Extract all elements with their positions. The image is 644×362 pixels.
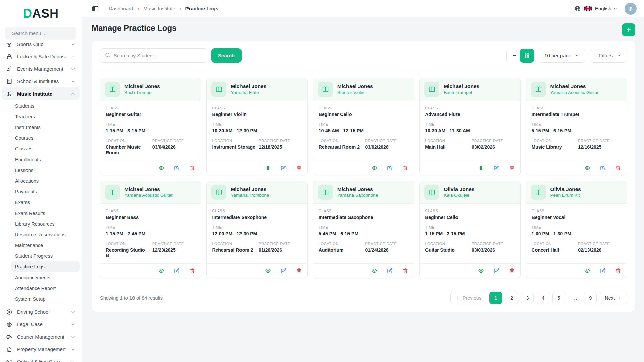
search-button[interactable]: Search — [211, 48, 241, 63]
globe-icon[interactable] — [574, 5, 581, 12]
next-page-button[interactable]: Next — [600, 292, 627, 304]
sidebar-item-sports-club[interactable]: Sports Club — [2, 43, 80, 50]
per-page-select[interactable]: 10 per page — [539, 49, 585, 63]
sidebar-item-label: Events Management — [17, 66, 66, 72]
sidebar-item-label: Courier Management — [17, 334, 66, 340]
card-header: Olivia JonesKala Ukulele — [420, 181, 520, 204]
sidebar-toggle-icon[interactable] — [92, 5, 99, 12]
edit-button[interactable] — [280, 268, 286, 274]
time-field-value: 1:00 PM - 1:30 PM — [532, 231, 621, 236]
view-button[interactable] — [265, 165, 271, 171]
sidebar-item-label: Optical & Eye Care — [17, 359, 66, 362]
sidebar-subitem-attendance-report[interactable]: Attendance Report — [11, 283, 80, 294]
avatar[interactable] — [625, 3, 637, 15]
edit-button[interactable] — [600, 165, 606, 171]
location-field-label: LOCATION — [532, 139, 575, 143]
sidebar-subitem-announcements[interactable]: Announcements — [11, 272, 80, 283]
page-button-4[interactable]: 4 — [537, 292, 549, 304]
time-field: TIME12:00 PM - 12:30 PM — [212, 225, 302, 236]
toolbar: Search 10 per page Filters — [92, 41, 635, 70]
delete-button[interactable] — [189, 165, 195, 171]
list-view-icon[interactable] — [506, 49, 521, 62]
sidebar-subitem-teachers[interactable]: Teachers — [11, 111, 80, 122]
sidebar-subitem-system-setup[interactable]: System Setup — [11, 294, 80, 304]
view-button[interactable] — [371, 165, 377, 171]
edit-button[interactable] — [387, 268, 393, 274]
sidebar-subitem-lessons[interactable]: Lessons — [11, 165, 80, 176]
instrument-name: Pearl Drum Kit — [550, 192, 581, 198]
edit-button[interactable] — [387, 165, 393, 171]
sidebar-item-courier-management[interactable]: Courier Management — [2, 330, 80, 343]
delete-button[interactable] — [615, 165, 621, 171]
sidebar-item-music-institute[interactable]: Music Institute — [2, 87, 80, 100]
page-button-1[interactable]: 1 — [489, 292, 502, 304]
card-header-text: Olivia JonesPearl Drum Kit — [550, 186, 581, 198]
sidebar-subitem-classes[interactable]: Classes — [11, 143, 80, 154]
sidebar-item-optical-eye-care[interactable]: Optical & Eye Care — [2, 355, 80, 362]
delete-button[interactable] — [296, 268, 302, 274]
view-button[interactable] — [584, 165, 590, 171]
sidebar-item-driving-school[interactable]: Driving School — [2, 306, 80, 318]
view-button[interactable] — [478, 165, 484, 171]
sidebar-subitem-student-progress[interactable]: Student Progress — [11, 251, 80, 261]
edit-button[interactable] — [493, 165, 499, 171]
previous-page-button[interactable]: Previous — [450, 292, 486, 304]
breadcrumb-dashboard[interactable]: Dashboard — [109, 6, 133, 11]
sidebar-subitem-resource-reservations[interactable]: Resource Reservations — [11, 229, 80, 240]
add-button[interactable] — [622, 23, 635, 36]
view-button[interactable] — [371, 268, 377, 274]
page-button-2[interactable]: 2 — [505, 292, 518, 304]
breadcrumb-music-institute[interactable]: Music Institute — [143, 6, 175, 11]
view-button[interactable] — [584, 268, 590, 274]
sidebar-subitem-practice-logs[interactable]: Practice Logs — [11, 261, 80, 272]
edit-button[interactable] — [280, 165, 286, 171]
view-button[interactable] — [478, 268, 484, 274]
sidebar-subitem-exam-results[interactable]: Exam Results — [11, 208, 80, 219]
sidebar-subitem-enrollments[interactable]: Enrollments — [11, 154, 80, 165]
class-field-label: CLASS — [319, 209, 408, 213]
sidebar-subitem-students[interactable]: Students — [11, 101, 80, 111]
location-date-row: LOCATIONConcert HallPRACTICE DATE02/13/2… — [532, 242, 621, 255]
brand-logo[interactable]: DASH — [0, 0, 82, 25]
delete-button[interactable] — [509, 165, 515, 171]
sidebar-subitem-exams[interactable]: Exams — [11, 197, 80, 208]
view-button[interactable] — [158, 165, 164, 171]
delete-button[interactable] — [402, 165, 408, 171]
page-button-9[interactable]: 9 — [584, 292, 597, 304]
filters-button[interactable]: Filters — [590, 49, 627, 63]
delete-button[interactable] — [509, 268, 515, 274]
sidebar-item-events-management[interactable]: Events Management — [2, 63, 80, 75]
delete-button[interactable] — [615, 268, 621, 274]
sidebar-subitem-courses[interactable]: Courses — [11, 133, 80, 143]
chevron-down-icon — [70, 309, 76, 315]
delete-button[interactable] — [189, 268, 195, 274]
sidebar-search-input[interactable] — [12, 31, 72, 36]
sidebar-subitem-payments[interactable]: Payments — [11, 186, 80, 197]
chevron-down-icon — [70, 43, 76, 47]
delete-button[interactable] — [296, 165, 302, 171]
sidebar-subitem-library-resources[interactable]: Library Resources — [11, 219, 80, 229]
view-button[interactable] — [265, 268, 271, 274]
language-selector[interactable]: English — [595, 6, 618, 11]
grid-view-icon[interactable] — [520, 49, 534, 63]
chevron-down-icon — [70, 347, 76, 352]
edit-button[interactable] — [174, 268, 180, 274]
sidebar-subitem-maintenance[interactable]: Maintenance — [11, 240, 80, 251]
sidebar-subitem-instruments[interactable]: Instruments — [11, 122, 80, 133]
edit-button[interactable] — [174, 165, 180, 171]
page-button-5[interactable]: 5 — [552, 292, 565, 304]
edit-button[interactable] — [493, 268, 499, 274]
delete-button[interactable] — [402, 268, 408, 274]
view-button[interactable] — [158, 268, 164, 274]
page-button-3[interactable]: 3 — [521, 292, 534, 304]
sidebar-item-school-institutes[interactable]: School & Institutes — [2, 75, 80, 87]
card-header: Michael JonesYamaha Acoustic Guitar — [526, 78, 627, 101]
sidebar-item-legal-case[interactable]: Legal Case — [2, 318, 80, 330]
sidebar-item-locker-safe-deposit[interactable]: Locker & Safe Deposit — [2, 50, 80, 63]
location-field-label: LOCATION — [212, 242, 255, 246]
per-page-value: 10 per page — [544, 53, 571, 58]
sidebar-item-property-management[interactable]: Property Management — [2, 343, 80, 355]
edit-button[interactable] — [600, 268, 606, 274]
student-search-input[interactable] — [114, 53, 203, 58]
sidebar-subitem-allocations[interactable]: Allocations — [11, 176, 80, 186]
